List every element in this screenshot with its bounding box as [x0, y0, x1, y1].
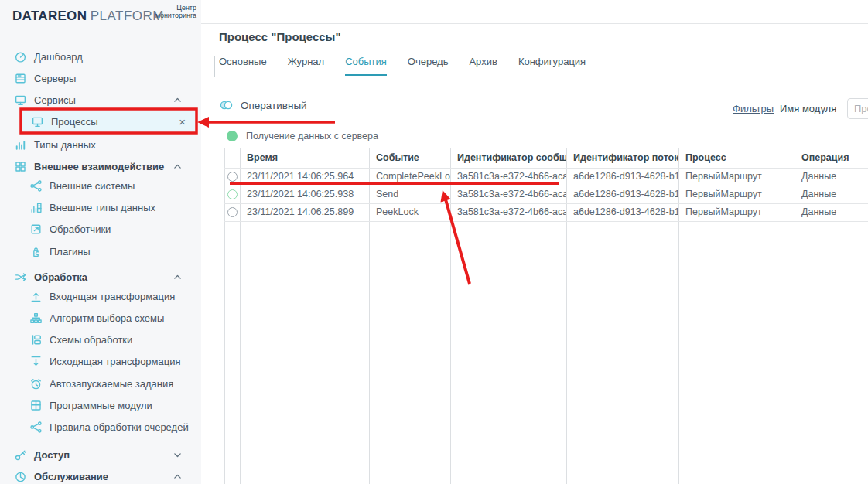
chevron-up-icon[interactable]	[173, 162, 183, 172]
module-name-input[interactable]	[847, 98, 868, 119]
cell-event: PeekLock	[369, 203, 450, 221]
operational-toggle-label: Оперативный	[241, 100, 307, 111]
row-select-radio[interactable]	[227, 207, 238, 217]
chevron-down-icon[interactable]	[173, 450, 183, 460]
sidebar-item-label: Автозапускаемые задания	[50, 378, 173, 390]
table-row[interactable]: 23/11/2021 14:06:25.938 Send 3a581c3a-e3…	[224, 186, 868, 203]
sidebar-item-label: Правила обработки очередей	[50, 421, 189, 433]
cell-time: 23/11/2021 14:06:25.964	[240, 168, 369, 186]
header-select	[224, 148, 240, 168]
page-title: Процесс "Процессы"	[219, 30, 341, 43]
cell-event: CompletePeekLock	[369, 168, 450, 186]
sidebar-item-inbound-transformation[interactable]: Входящая трансформация	[0, 285, 201, 307]
sidebar-item-label: Внешние системы	[50, 180, 135, 192]
tab-bar: Основные Журнал События Очередь Архив Ко…	[219, 56, 586, 76]
sidebar-item-plugins[interactable]: Плагины	[0, 240, 201, 262]
key-icon	[14, 448, 27, 462]
header-event: Событие	[369, 148, 450, 168]
sidebar-section-access[interactable]: Доступ	[0, 444, 201, 465]
cell-message-id: 3a581c3a-e372-4b66-acaa…	[450, 186, 566, 203]
sidebar-item-dashboard[interactable]: Дашбоард	[0, 46, 201, 67]
tab-events[interactable]: События	[345, 56, 387, 76]
sidebar-item-queue-processing-rules[interactable]: Правила обработки очередей	[0, 416, 201, 438]
cell-stream-id: a6de1286-d913-4628-b15…	[566, 168, 678, 186]
tab-main[interactable]: Основные	[219, 56, 267, 74]
sidebar-section-external-interaction[interactable]: Внешнее взаимодействие	[0, 155, 201, 177]
box-arrow-icon	[29, 223, 43, 236]
sidebar-item-processing-schemas[interactable]: Схемы обработки	[0, 329, 201, 350]
table-row[interactable]: 23/11/2021 14:06:25.964 CompletePeekLock…	[224, 168, 868, 186]
sidebar-item-outbound-transformation[interactable]: Исходящая трансформация	[0, 350, 201, 372]
bars-building-icon	[29, 201, 43, 214]
sidebar-item-label: Схемы обработки	[50, 334, 132, 346]
shuffle-icon	[14, 271, 27, 284]
sidebar-item-label: Входящая трансформация	[50, 291, 175, 302]
tab-configuration[interactable]: Конфигурация	[518, 56, 586, 74]
chevron-up-icon[interactable]	[173, 95, 183, 105]
sidebar-item-label: Процессы	[51, 116, 98, 128]
tree-icon	[29, 312, 43, 325]
sidebar-item-autostart-tasks[interactable]: Автозапускаемые задания	[0, 373, 201, 394]
brand-subtitle: Центр мониторинга	[149, 4, 196, 20]
tab-queue[interactable]: Очередь	[408, 56, 449, 74]
download-arrow-icon	[29, 355, 43, 368]
cell-operation: Данные	[795, 203, 868, 221]
module-name-label: Имя модуля	[780, 103, 836, 114]
app-logo: DATAREON PLATFORM	[12, 9, 164, 24]
row-select-radio[interactable]	[227, 172, 238, 182]
sidebar-item-label: Дашбоард	[34, 51, 83, 63]
sidebar-item-label: Внешние типы данных	[50, 202, 155, 213]
cell-time: 23/11/2021 14:06:25.938	[240, 186, 369, 203]
brand-name: DATAREON	[12, 9, 87, 23]
pie-chart-icon	[14, 470, 27, 483]
tab-journal[interactable]: Журнал	[288, 56, 324, 74]
sidebar-item-label: Алгоритм выбора схемы	[50, 312, 164, 324]
sidebar-item-label: Плагины	[50, 246, 91, 257]
tab-archive[interactable]: Архив	[469, 56, 497, 74]
cell-process: ПервыйМаршрут	[678, 186, 795, 203]
toggle-icon	[219, 99, 234, 111]
sidebar-item-data-types[interactable]: Типы данных	[0, 134, 201, 155]
network-branch-icon	[29, 179, 43, 193]
sidebar-item-label: Типы данных	[34, 139, 96, 151]
bar-chart-icon	[14, 138, 27, 152]
sidebar-item-program-modules[interactable]: Программные модули	[0, 394, 201, 416]
chevron-up-icon[interactable]	[173, 272, 183, 282]
cell-operation: Данные	[795, 168, 868, 186]
row-select-radio[interactable]	[227, 189, 238, 199]
monitor-icon	[31, 115, 44, 128]
sidebar-item-label: Обработчики	[50, 223, 111, 235]
chevron-up-icon[interactable]	[173, 472, 183, 482]
server-status: Получение данных с сервера	[227, 131, 378, 141]
sidebar-item-servers[interactable]: Серверы	[0, 67, 201, 89]
cell-event: Send	[369, 186, 450, 203]
sidebar-item-label: Исходящая трансформация	[50, 356, 181, 367]
sidebar-section-processing[interactable]: Обработка	[0, 266, 201, 288]
sidebar-item-processes-selected[interactable]: Процессы ×	[22, 110, 196, 133]
close-icon[interactable]: ×	[179, 116, 186, 128]
sidebar-item-label: Внешнее взаимодействие	[34, 161, 164, 172]
sidebar-item-external-systems[interactable]: Внешние системы	[0, 175, 201, 196]
sidebar-item-schema-selection-algorithm[interactable]: Алгоритм выбора схемы	[0, 307, 201, 329]
alarm-clock-icon	[29, 377, 43, 390]
sidebar-item-services[interactable]: Сервисы	[0, 89, 201, 111]
header-time: Время	[240, 148, 369, 168]
sidebar-item-label: Доступ	[34, 449, 70, 461]
cell-process: ПервыйМаршрут	[678, 168, 795, 186]
gauge-icon	[14, 50, 27, 63]
sidebar-item-external-data-types[interactable]: Внешние типы данных	[0, 196, 201, 218]
cell-time: 23/11/2021 14:06:25.899	[240, 203, 369, 221]
cell-message-id: 3a581c3a-e372-4b66-acaa…	[450, 203, 566, 221]
status-green-dot	[227, 131, 238, 141]
filters-link[interactable]: Фильтры	[733, 103, 774, 114]
table-row[interactable]: 23/11/2021 14:06:25.899 PeekLock 3a581c3…	[224, 203, 868, 221]
sidebar-item-label: Программные модули	[50, 400, 152, 411]
row-divider	[224, 221, 868, 222]
sidebar-item-handlers[interactable]: Обработчики	[0, 218, 201, 240]
sidebar-item-label: Сервисы	[34, 94, 76, 106]
cell-message-id: 3a581c3a-e372-4b66-acaa…	[450, 168, 566, 186]
upload-arrow-icon	[29, 290, 43, 303]
header-message-id: Идентификатор сообщен…	[450, 148, 566, 168]
operational-toggle[interactable]: Оперативный	[219, 99, 307, 111]
sidebar-section-maintenance[interactable]: Обслуживание	[0, 465, 201, 484]
